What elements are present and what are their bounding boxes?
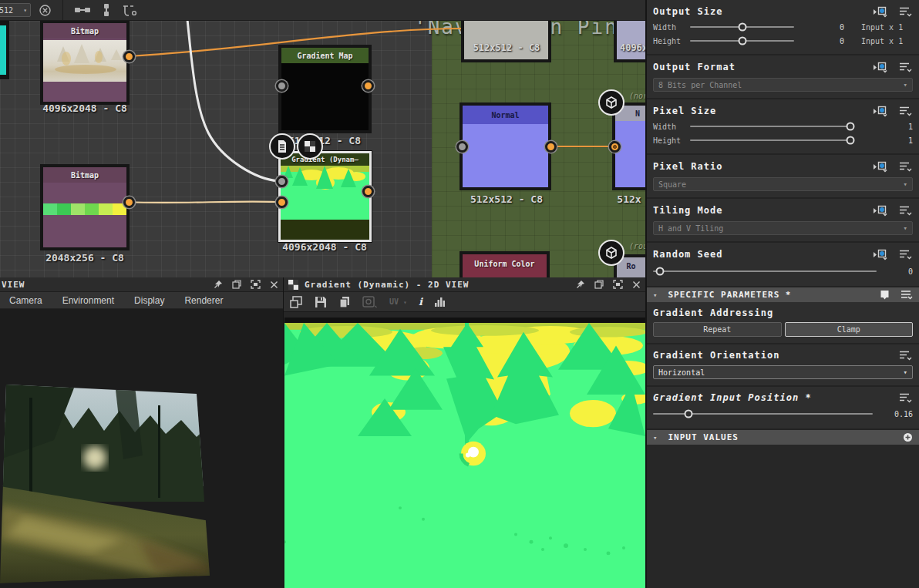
graph-toolbar: 512 ▾ <box>0 0 645 21</box>
output-connector[interactable] <box>123 197 135 208</box>
link-nodes-icon[interactable] <box>74 5 91 15</box>
output-connector[interactable] <box>362 80 374 92</box>
options-icon[interactable] <box>899 161 913 173</box>
height-multiplier[interactable]: Input x 1 <box>861 37 903 45</box>
offscreen-node-thumbnail <box>0 25 6 75</box>
height-value[interactable]: 1 <box>853 136 913 145</box>
view2d-viewport[interactable] <box>284 318 645 588</box>
float-window-icon[interactable] <box>232 280 241 289</box>
gradient-orientation-dropdown[interactable]: Horizontal▾ <box>653 365 913 379</box>
node-bitmap-top[interactable]: Bitmap <box>40 21 130 105</box>
menu-camera[interactable]: Camera <box>9 295 42 306</box>
view3d-title: VIEW <box>2 280 25 290</box>
info-icon[interactable]: i <box>419 296 422 307</box>
save-icon[interactable] <box>315 296 327 308</box>
output-format-dropdown[interactable]: 8 Bits per Channel▾ <box>653 78 913 92</box>
menu-environment[interactable]: Environment <box>62 295 114 306</box>
input-connector[interactable] <box>276 80 288 92</box>
output-connector[interactable] <box>545 141 557 153</box>
straighten-links-icon[interactable] <box>122 4 139 16</box>
output-format-title: Output Format <box>653 62 736 72</box>
gradient-input-position-value[interactable]: 0.16 <box>873 410 913 418</box>
options-icon[interactable] <box>899 62 913 73</box>
random-seed-value[interactable]: 0 <box>877 267 913 276</box>
width-label: Width <box>653 23 690 32</box>
options-icon[interactable] <box>899 6 913 18</box>
graph-size-dropdown[interactable]: 512 ▾ <box>0 3 31 17</box>
node-uniform-color[interactable]: Uniform Color <box>460 251 550 277</box>
menu-display[interactable]: Display <box>134 295 164 306</box>
output-connector[interactable] <box>123 51 135 62</box>
node-bitmap-bottom[interactable]: Bitmap <box>40 164 130 250</box>
float-window-icon[interactable] <box>594 280 604 289</box>
height-value[interactable]: 0 <box>794 37 844 45</box>
menu-renderer[interactable]: Renderer <box>184 295 223 306</box>
node-normal[interactable]: Normal <box>460 102 551 190</box>
options-icon[interactable] <box>900 290 913 300</box>
node-properties-icon[interactable] <box>269 133 295 160</box>
function-icon[interactable] <box>873 161 888 173</box>
offscreen-node[interactable] <box>0 21 9 79</box>
repeat-button[interactable]: Repeat <box>653 322 782 337</box>
view2d-header[interactable]: Gradient (Dynamic) - 2D VIEW <box>284 277 645 292</box>
section-output-format: Output Format 8 Bits per Channel▾ <box>647 55 919 99</box>
node-top-gray[interactable] <box>461 21 551 62</box>
input-connector[interactable] <box>276 176 288 187</box>
preset-icon[interactable] <box>880 290 890 300</box>
reset-timer-icon[interactable] <box>39 4 52 17</box>
output-connector[interactable] <box>362 186 374 197</box>
clamp-button[interactable]: Clamp <box>785 322 914 337</box>
pin-icon[interactable] <box>576 280 585 289</box>
options-icon[interactable] <box>899 350 913 361</box>
histogram-icon[interactable] <box>434 296 446 307</box>
options-icon[interactable] <box>899 249 913 260</box>
view3d-viewport[interactable] <box>0 309 283 587</box>
width-value[interactable]: 0 <box>794 23 844 32</box>
view-in-2d-icon[interactable] <box>297 133 323 160</box>
maximize-icon[interactable] <box>613 280 623 289</box>
function-icon[interactable] <box>873 249 888 260</box>
maximize-icon[interactable] <box>251 280 261 289</box>
width-slider[interactable] <box>690 26 794 28</box>
pixel-ratio-dropdown[interactable]: Square▾ <box>653 177 913 191</box>
node-gradient-dynamic[interactable]: Gradient (Dynam— <box>278 151 372 242</box>
options-icon[interactable] <box>899 392 913 404</box>
add-icon[interactable] <box>903 432 913 442</box>
tiling-mode-title: Tiling Mode <box>653 205 722 216</box>
function-icon[interactable] <box>873 205 888 217</box>
width-value[interactable]: 1 <box>853 123 913 131</box>
function-icon[interactable] <box>873 62 888 73</box>
input-connector[interactable] <box>609 141 621 153</box>
pin-icon[interactable] <box>214 280 223 289</box>
width-multiplier[interactable]: Input x 1 <box>861 23 903 32</box>
width-slider[interactable] <box>690 126 853 127</box>
link-vertical-icon[interactable] <box>102 3 111 17</box>
close-icon[interactable] <box>270 281 278 289</box>
input-connector[interactable] <box>456 141 468 153</box>
copy-icon[interactable] <box>338 296 351 308</box>
export-image-icon[interactable] <box>362 296 378 308</box>
uv-toggle[interactable]: UV ▾ <box>389 297 407 306</box>
properties-panel: Output Size Width 0 Input x 1 Height 0 I… <box>645 0 919 588</box>
view3d-header[interactable]: VIEW <box>0 277 283 292</box>
random-seed-slider[interactable] <box>653 270 877 272</box>
options-icon[interactable] <box>899 205 913 217</box>
layers-icon[interactable] <box>290 296 303 308</box>
tiling-mode-dropdown[interactable]: H and V Tiling▾ <box>653 221 913 235</box>
gradient-input-position-slider[interactable] <box>653 413 873 415</box>
node-gradient-map[interactable]: Gradient Map <box>278 45 372 133</box>
output-cube-icon[interactable] <box>598 89 624 116</box>
node-top-lavender[interactable] <box>614 21 645 62</box>
input-values-bar[interactable]: ▾ INPUT VALUES <box>647 430 919 445</box>
height-slider[interactable] <box>690 40 794 42</box>
input-connector[interactable] <box>276 197 288 208</box>
close-icon[interactable] <box>632 281 641 289</box>
node-graph-canvas[interactable]: 'Navigation Pin 512x512 - C8 4096x Bitma… <box>0 21 645 277</box>
node-size-label: 512x <box>617 193 641 205</box>
function-icon[interactable] <box>873 106 888 117</box>
specific-parameters-bar[interactable]: ▾ SPECIFIC PARAMETERS * <box>647 287 919 302</box>
options-icon[interactable] <box>899 106 913 117</box>
output-cube-icon[interactable] <box>598 240 624 266</box>
height-slider[interactable] <box>690 139 853 141</box>
function-icon[interactable] <box>873 6 888 18</box>
